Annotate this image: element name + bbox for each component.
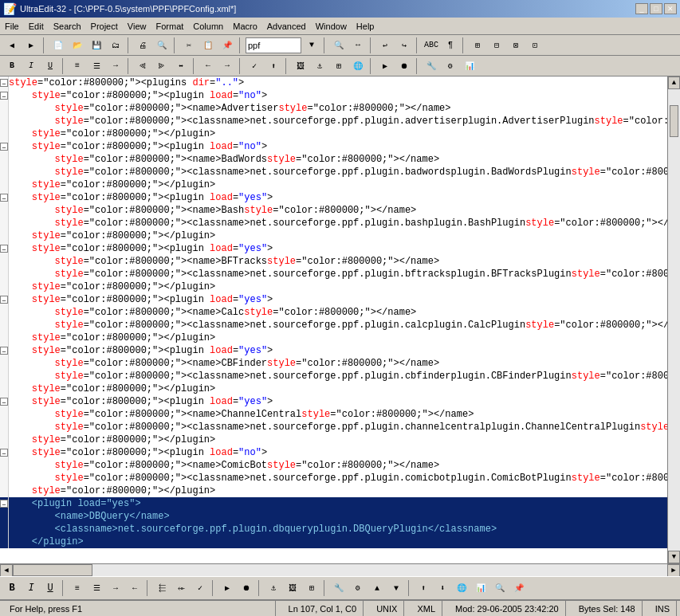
code-cell-24[interactable]: style="color:#800000;"></plugin>: [9, 383, 668, 395]
find-button[interactable]: 🔍: [330, 37, 348, 54]
code-cell-36[interactable]: </plugin>: [9, 536, 668, 548]
browser-button[interactable]: 🌐: [349, 57, 367, 75]
code-cell-25[interactable]: style="color:#800000;"><plugin load="yes…: [9, 395, 668, 408]
code-cell-12[interactable]: style="color:#800000;"></plugin>: [9, 230, 668, 242]
vertical-scrollbar[interactable]: ▲ ▼: [667, 77, 680, 563]
format-button[interactable]: ¶: [442, 37, 459, 54]
new-button[interactable]: 📄: [49, 37, 67, 54]
fold-icon-17[interactable]: −: [0, 296, 8, 304]
back-button[interactable]: ◀: [3, 37, 21, 54]
menu-column[interactable]: Column: [188, 18, 228, 34]
align-center-button[interactable]: ⬌: [172, 57, 190, 75]
btm-img[interactable]: 🖼: [284, 579, 301, 597]
hscroll-thumb[interactable]: [13, 564, 92, 576]
code-cell-30[interactable]: style="color:#800000;"><name>ComicBotsty…: [9, 459, 668, 472]
list1-button[interactable]: ≡: [69, 57, 86, 75]
tool2-button[interactable]: ⚙: [442, 57, 459, 75]
open-button[interactable]: 📂: [69, 37, 86, 54]
scroll-track-v[interactable]: [668, 89, 680, 551]
code-cell-23[interactable]: style="color:#800000;"><classname>net.so…: [9, 370, 668, 383]
check-button[interactable]: ✓: [246, 57, 263, 75]
btm-tool4[interactable]: ▼: [387, 579, 405, 597]
code-cell-2[interactable]: style="color:#800000;"><name>Advertisers…: [9, 102, 668, 115]
align-left-button[interactable]: ⫷: [134, 57, 151, 75]
win4-button[interactable]: ⊡: [526, 37, 544, 54]
save-button[interactable]: 💾: [88, 37, 105, 54]
code-cell-13[interactable]: style="color:#800000;"><plugin load="yes…: [9, 242, 668, 255]
fold-marker-cell-25[interactable]: −: [0, 395, 9, 408]
menu-format[interactable]: Format: [151, 18, 188, 34]
fold-icon-5[interactable]: −: [0, 143, 8, 151]
btm-list1[interactable]: ≡: [69, 579, 86, 597]
code-cell-26[interactable]: style="color:#800000;"><name>ChannelCent…: [9, 408, 668, 421]
code-cell-34[interactable]: <name>DBQuery</name>: [9, 510, 668, 523]
undo-button[interactable]: ↩: [376, 37, 394, 54]
menu-edit[interactable]: Edit: [24, 18, 49, 34]
btm-f1[interactable]: ▶: [218, 579, 236, 597]
scroll-up-button[interactable]: ▲: [668, 77, 680, 89]
anchor-button[interactable]: ⚓: [311, 57, 328, 75]
code-cell-32[interactable]: style="color:#800000;"></plugin>: [9, 485, 668, 497]
btm-italic[interactable]: I: [22, 579, 40, 597]
indent-button[interactable]: →: [107, 57, 124, 75]
code-cell-18[interactable]: style="color:#800000;"><name>Calcstyle="…: [9, 306, 668, 319]
scroll-down-button[interactable]: ▼: [668, 551, 680, 563]
print-button[interactable]: 🖨: [134, 37, 151, 54]
code-cell-20[interactable]: style="color:#800000;"></plugin>: [9, 332, 668, 344]
code-cell-9[interactable]: style="color:#800000;"><plugin load="yes…: [9, 191, 668, 204]
code-cell-22[interactable]: style="color:#800000;"><name>CBFindersty…: [9, 357, 668, 370]
menu-advanced[interactable]: Advanced: [262, 18, 311, 34]
macro1-button[interactable]: ▶: [376, 57, 394, 75]
code-cell-19[interactable]: style="color:#800000;"><classname>net.so…: [9, 319, 668, 332]
code-cell-15[interactable]: style="color:#800000;"><classname>net.so…: [9, 268, 668, 281]
scroll-left-button[interactable]: ◀: [0, 564, 13, 577]
close-button[interactable]: ✕: [664, 3, 677, 14]
align-right-button[interactable]: ⫸: [153, 57, 171, 75]
print-preview-button[interactable]: 🔍: [153, 37, 171, 54]
img-button[interactable]: 🖼: [292, 57, 309, 75]
btm-list2[interactable]: ☰: [88, 579, 105, 597]
fold-marker-cell-5[interactable]: −: [0, 140, 9, 153]
code-cell-8[interactable]: style="color:#800000;"></plugin>: [9, 179, 668, 191]
code-cell-5[interactable]: style="color:#800000;"><plugin load="no"…: [9, 140, 668, 153]
code-cell-33[interactable]: <plugin load="yes">: [9, 497, 668, 510]
replace-button[interactable]: ↔: [349, 37, 367, 54]
btm-extra3[interactable]: 🌐: [453, 579, 470, 597]
btm-extra1[interactable]: ⬆: [415, 579, 432, 597]
cut-button[interactable]: ✂: [180, 37, 198, 54]
scroll-right-button[interactable]: ▶: [667, 564, 680, 577]
fold-marker-cell-1[interactable]: −: [0, 89, 9, 102]
fold-icon-13[interactable]: −: [0, 245, 8, 253]
menu-file[interactable]: File: [0, 18, 24, 34]
code-cell-10[interactable]: style="color:#800000;"><name>Bashstyle="…: [9, 204, 668, 217]
search-input[interactable]: [246, 37, 301, 53]
win3-button[interactable]: ⊠: [507, 37, 525, 54]
btm-table[interactable]: ⊞: [303, 579, 320, 597]
fold-marker-cell-29[interactable]: −: [0, 446, 9, 459]
fold-icon-25[interactable]: −: [0, 398, 8, 406]
code-cell-14[interactable]: style="color:#800000;"><name>BFTrackssty…: [9, 255, 668, 268]
macro2-button[interactable]: ⏺: [395, 57, 413, 75]
code-cell-3[interactable]: style="color:#800000;"><classname>net.so…: [9, 115, 668, 128]
fold-marker-cell-21[interactable]: −: [0, 344, 9, 357]
code-cell-7[interactable]: style="color:#800000;"><classname>net.so…: [9, 166, 668, 179]
fold-marker-cell-13[interactable]: −: [0, 242, 9, 255]
code-cell-27[interactable]: style="color:#800000;"><classname>net.so…: [9, 421, 668, 434]
btm-indent[interactable]: →: [107, 579, 124, 597]
paste-button[interactable]: 📌: [218, 37, 236, 54]
fold-marker-cell-17[interactable]: −: [0, 293, 9, 306]
btm-bold[interactable]: B: [3, 579, 21, 597]
code-cell-17[interactable]: style="color:#800000;"><plugin load="yes…: [9, 293, 668, 306]
btm-outdent[interactable]: ←: [126, 579, 143, 597]
horizontal-scrollbar[interactable]: ◀ ▶: [0, 563, 680, 576]
forward-button[interactable]: ▶: [22, 37, 40, 54]
fold-icon-0[interactable]: −: [0, 79, 8, 87]
indent2-button[interactable]: →: [218, 57, 236, 75]
maximize-button[interactable]: □: [650, 3, 662, 14]
btm-tool2[interactable]: ⚙: [349, 579, 367, 597]
fold-icon-1[interactable]: −: [0, 92, 8, 100]
fold-marker-cell-33[interactable]: −: [0, 497, 9, 510]
code-cell-6[interactable]: style="color:#800000;"><name>BadWordssty…: [9, 153, 668, 166]
fold-marker-cell-0[interactable]: −: [0, 77, 9, 89]
menu-window[interactable]: Window: [311, 18, 352, 34]
